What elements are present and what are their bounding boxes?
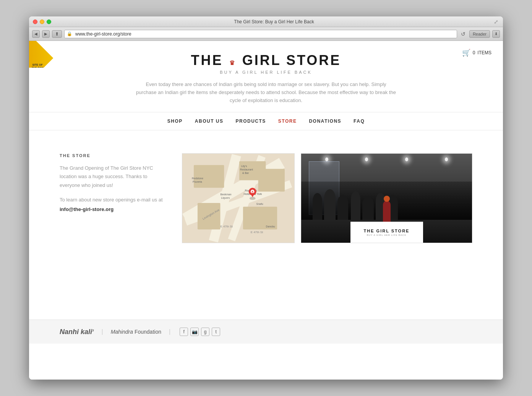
site-logo: THE ♛ GIRL STORE — [191, 52, 341, 68]
address-bar: ◀ ▶ ⬆ 🔒 www.the-girl-store.org/store ↺ R… — [29, 27, 503, 41]
ssl-icon: 🔒 — [67, 31, 72, 36]
nav-store[interactable]: STORE — [278, 117, 297, 125]
page-content: SITE OF THE DAY 🛒 0 ITEMS THE ♛ GIRL STO… — [29, 41, 503, 380]
store-description: The Grand Opening of The Girl Store NYC … — [60, 164, 167, 189]
traffic-lights — [33, 19, 51, 24]
store-title: THE STORE — [60, 153, 167, 158]
store-photo-inner: THE GIRL STORE BUY A GIRL HER LIFE BACK — [301, 154, 472, 243]
footer-separator2: | — [169, 328, 170, 335]
main-nav: SHOP ABOUT US PRODUCTS STORE DONATIONS F… — [29, 112, 503, 130]
forward-button[interactable]: ▶ — [42, 30, 50, 38]
logo-part1: THE — [191, 52, 223, 68]
twitter-icon[interactable]: t — [212, 328, 220, 336]
logo-subtitle: BUY A GIRL HER LIFE BACK — [37, 70, 495, 75]
logo-part3: STORE — [286, 52, 341, 68]
svg-text:A: A — [251, 190, 254, 194]
svg-text:Pizzeria: Pizzeria — [193, 181, 202, 183]
svg-text:Redstone: Redstone — [192, 177, 203, 180]
svg-text:Beekman: Beekman — [220, 193, 231, 196]
facebook-icon[interactable]: f — [180, 328, 188, 336]
reader-button[interactable]: Reader — [469, 30, 490, 38]
social-icons: f 📷 g t — [180, 328, 220, 336]
nav-shop[interactable]: SHOP — [167, 117, 183, 125]
logo-crown: ♛ — [229, 59, 236, 67]
nav-about[interactable]: ABOUT US — [195, 117, 224, 125]
title-bar: The Girl Store: Buy a Girl Her Life Back… — [29, 16, 503, 27]
minimize-button[interactable] — [40, 19, 44, 24]
nav-products[interactable]: PRODUCTS — [235, 117, 266, 125]
browser-window: The Girl Store: Buy a Girl Her Life Back… — [29, 16, 503, 380]
nav-faq[interactable]: FAQ — [354, 117, 365, 125]
svg-text:Restaurant: Restaurant — [240, 168, 253, 171]
cart-icon: 🛒 — [462, 49, 470, 57]
store-photo: THE GIRL STORE BUY A GIRL HER LIFE BACK — [301, 153, 472, 243]
url-text: www.the-girl-store.org/store — [75, 31, 131, 37]
store-email-link[interactable]: info@the-girl-store.org — [60, 206, 114, 212]
store-info: THE STORE The Grand Opening of The Girl … — [60, 153, 167, 243]
logo-part2: GIRL — [242, 52, 281, 68]
share-button[interactable]: ⬆ — [52, 30, 62, 38]
svg-point-24 — [250, 197, 256, 200]
maximize-button[interactable] — [47, 19, 51, 24]
svg-text:E 47th St: E 47th St — [251, 231, 263, 234]
svg-text:E 47th St: E 47th St — [220, 225, 233, 229]
site-header: THE ♛ GIRL STORE BUY A GIRL HER LIFE BAC… — [29, 41, 503, 104]
footer-logo-nanhi: Nanhi kali3 — [60, 328, 94, 336]
download-button[interactable]: ⬇ — [492, 30, 500, 38]
store-map[interactable]: Lexington Ave E 47th St E 47th St Lily's… — [182, 153, 295, 243]
cart-label: ITEMS — [477, 50, 491, 55]
back-button[interactable]: ◀ — [32, 30, 40, 38]
main-content: THE STORE The Grand Opening of The Girl … — [29, 130, 503, 274]
cart-count: 0 — [473, 50, 475, 55]
page-footer: Nanhi kali3 | Mahindra Foundation | f 📷 … — [29, 320, 503, 344]
refresh-button[interactable]: ↺ — [459, 30, 467, 38]
footer-separator1: | — [101, 328, 103, 335]
window-title: The Girl Store: Buy a Girl Her Life Back — [55, 19, 493, 24]
logo-text: THE ♛ GIRL STORE — [191, 52, 341, 68]
close-button[interactable] — [33, 19, 37, 24]
footer-logo-mahindra: Mahindra Foundation — [111, 329, 161, 335]
expand-icon[interactable]: ⤢ — [493, 19, 499, 25]
fwa-badge: SITE OF THE DAY — [29, 41, 56, 68]
store-sign-sub: BUY A GIRL HER LIFE BACK — [367, 234, 406, 236]
svg-rect-5 — [194, 165, 224, 188]
fwa-text: SITE OF THE DAY — [32, 63, 43, 68]
header-description: Even today there are chances of Indian g… — [136, 81, 396, 104]
store-email-prompt: To learn about new store openings e-mail… — [60, 196, 167, 204]
googleplus-icon[interactable]: g — [201, 328, 209, 336]
nav-donations[interactable]: DONATIONS — [309, 117, 341, 125]
cart-area[interactable]: 🛒 0 ITEMS — [462, 49, 491, 57]
instagram-icon[interactable]: 📷 — [190, 328, 199, 336]
url-field[interactable]: 🔒 www.the-girl-store.org/store — [64, 30, 457, 38]
svg-text:Snafu: Snafu — [256, 203, 263, 205]
svg-rect-9 — [258, 169, 285, 192]
images-area: Lexington Ave E 47th St E 47th St Lily's… — [182, 153, 472, 243]
svg-text:Danobu: Danobu — [266, 226, 275, 228]
store-sign-text: THE GIRL STORE — [364, 229, 410, 233]
svg-text:Lily's: Lily's — [241, 165, 247, 168]
svg-text:Liquors: Liquors — [221, 196, 230, 200]
svg-text:& Bar: & Bar — [242, 172, 249, 174]
